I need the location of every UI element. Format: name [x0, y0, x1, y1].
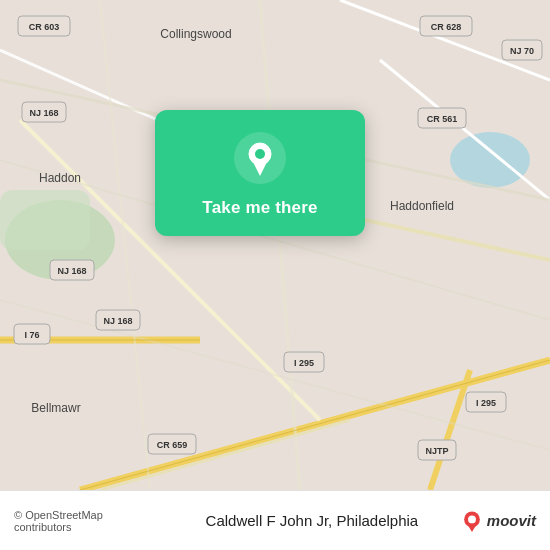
moovit-logo: moovit [461, 510, 536, 532]
svg-point-50 [255, 149, 265, 159]
svg-text:Collingswood: Collingswood [160, 27, 231, 41]
svg-text:I 295: I 295 [476, 398, 496, 408]
svg-text:NJ 168: NJ 168 [29, 108, 58, 118]
cta-card[interactable]: Take me there [155, 110, 365, 236]
svg-text:I 76: I 76 [24, 330, 39, 340]
moovit-pin-icon [461, 510, 483, 532]
svg-text:NJ 168: NJ 168 [103, 316, 132, 326]
bottom-bar: © OpenStreetMap contributors Caldwell F … [0, 490, 550, 550]
svg-marker-54 [467, 524, 476, 532]
svg-text:NJTP: NJTP [425, 446, 448, 456]
svg-text:Haddonfield: Haddonfield [390, 199, 454, 213]
take-me-there-button[interactable]: Take me there [202, 198, 317, 218]
moovit-wordmark: moovit [487, 512, 536, 529]
svg-point-53 [468, 515, 476, 523]
svg-text:NJ 70: NJ 70 [510, 46, 534, 56]
svg-text:Haddon: Haddon [39, 171, 81, 185]
svg-text:Bellmawr: Bellmawr [31, 401, 80, 415]
svg-text:NJ 168: NJ 168 [57, 266, 86, 276]
copyright-text: © OpenStreetMap contributors [14, 509, 163, 533]
svg-text:CR 628: CR 628 [431, 22, 462, 32]
map-container: CR 603 CR 628 NJ 70 NJ 168 CR 561 NJ 168… [0, 0, 550, 490]
location-pin-icon [234, 132, 286, 184]
svg-text:CR 603: CR 603 [29, 22, 60, 32]
svg-text:I 295: I 295 [294, 358, 314, 368]
svg-text:CR 561: CR 561 [427, 114, 458, 124]
svg-rect-3 [0, 190, 90, 250]
svg-text:CR 659: CR 659 [157, 440, 188, 450]
location-title: Caldwell F John Jr, Philadelphia [163, 512, 461, 529]
map-svg: CR 603 CR 628 NJ 70 NJ 168 CR 561 NJ 168… [0, 0, 550, 490]
